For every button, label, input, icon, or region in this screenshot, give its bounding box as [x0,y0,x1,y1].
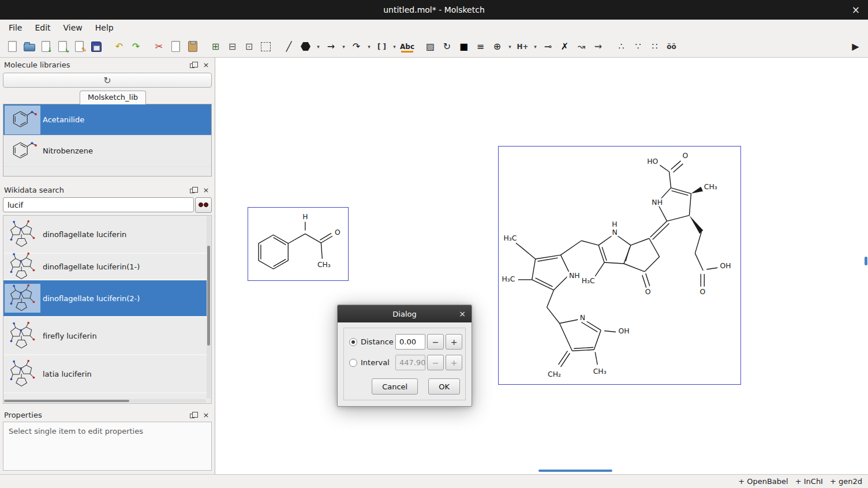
canvas-horizontal-scrollbar[interactable] [538,470,612,472]
redo-button[interactable]: ↷ [128,39,144,54]
wikidata-float-button[interactable] [188,185,197,194]
atom-label: O [645,287,651,296]
lone-pair-button[interactable]: ∴ [613,39,629,54]
drawing-canvas[interactable]: H O CH₃ [215,58,868,474]
luciferin-molecule[interactable]: HO O NH CH₃ OH O H N H₃C O NH H₃C H₃C N [498,146,741,385]
float-icon [190,63,194,68]
hydrogen-tool-button[interactable]: H+ [515,39,530,54]
scrollbar-handle[interactable] [4,400,129,402]
scrollbar-handle[interactable] [207,246,210,346]
library-item-label: Nitrobenzene [43,147,93,155]
ring-tool-button[interactable] [298,39,313,54]
hydrogen-menu-button[interactable]: ▾ [532,39,539,54]
toolbar-overflow-button[interactable]: ▶ [848,39,863,54]
spin-value-field[interactable]: 0.00 [395,334,425,350]
dialog-radio[interactable] [349,338,357,346]
remove-item-button[interactable]: ⊟ [225,39,240,54]
radical-electron-button[interactable]: ∵ [630,39,646,54]
charge-menu-button[interactable]: ▾ [506,39,514,54]
properties-close-button[interactable]: × [201,410,211,419]
molecule-thumbnail [5,321,40,350]
menu-view[interactable]: View [57,21,89,34]
dialog-radio[interactable] [349,359,357,367]
hatch-pattern-button[interactable]: ▨ [422,39,438,54]
lone-pair-angle-button[interactable]: öö [664,39,679,54]
color-swatch-button[interactable]: ■ [456,39,472,54]
acetanilide-molecule[interactable]: H O CH₃ [248,207,349,281]
text-tool-button[interactable]: Abc [399,39,415,54]
dock-splitter[interactable] [0,177,215,183]
paste-button[interactable] [185,39,200,54]
save-as-button[interactable] [55,39,70,54]
refresh-icon: ↻ [103,75,111,86]
spin-increment-button[interactable]: + [446,334,462,350]
wikidata-item-dinoflagellate-luciferin[interactable]: dinoflagellate luciferin [3,216,207,254]
wikidata-search-input[interactable] [3,197,194,212]
arrow-tool-menu-button[interactable]: ▾ [340,39,347,54]
charge-tool-button[interactable]: ⊕ [489,39,505,54]
wikidata-item-dinoflagellate-luciferin-1[interactable]: dinoflagellate luciferin(1-) [3,254,207,280]
polycyclic-thumbnail-drawing [6,283,39,313]
curved-arrow-menu-button[interactable]: ▾ [365,39,373,54]
electron-pair-button[interactable]: ∷ [647,39,663,54]
spin-increment-button[interactable]: + [446,355,462,370]
undo-button[interactable]: ↶ [111,39,127,54]
status-bar: + OpenBabel + InChI + gen2d [0,474,868,488]
wikidata-search-button[interactable] [195,197,212,213]
libraries-close-button[interactable]: × [201,60,211,69]
rotate-tool-button[interactable]: ↻ [439,39,455,54]
spin-decrement-button[interactable]: − [427,334,444,350]
arrow-tool-button[interactable]: → [323,39,339,54]
save-file-button[interactable] [88,39,104,54]
copy-button[interactable] [168,39,184,54]
library-refresh-button[interactable]: ↻ [3,73,212,88]
canvas-vertical-scrollbar[interactable] [865,257,867,265]
atom-label: N [612,228,617,237]
menu-file[interactable]: File [2,21,28,34]
cancel-button[interactable]: Cancel [372,378,418,395]
open-file-button[interactable] [21,39,37,54]
wikidata-item-firefly-luciferin[interactable]: firefly luciferin [3,317,207,355]
libraries-float-button[interactable] [188,60,197,69]
window-close-button[interactable]: × [852,0,860,20]
dock-splitter[interactable] [0,404,215,408]
library-item-nitrobenzene[interactable]: Nitrobenzene [3,136,211,167]
dialog-close-button[interactable]: × [459,305,466,322]
draw-bond-button[interactable]: ╱ [281,39,297,54]
wikidata-item-latia-luciferin[interactable]: latia luciferin [3,355,207,393]
add-item-button[interactable]: ⊞ [208,39,223,54]
curved-arrow-tool-button[interactable]: ↷ [349,39,364,54]
line-width-button[interactable]: ≡ [473,39,488,54]
menu-help[interactable]: Help [89,21,120,34]
spin-value-field[interactable]: 447.90 [395,355,425,370]
menu-edit[interactable]: Edit [28,21,57,34]
molecule-libraries-dock: Molecule libraries × ↻ Molsketch_lib [0,58,215,177]
bond-length-button[interactable]: ⊸ [540,39,556,54]
mechanism-arrow-alt-button[interactable]: ⇝ [590,39,606,54]
float-icon [190,414,194,418]
delete-tool-button[interactable]: ✗ [557,39,573,54]
dialog-title-bar[interactable]: Dialog × [338,305,472,322]
tab-molsketch-lib[interactable]: Molsketch_lib [80,91,146,104]
properties-float-button[interactable] [188,410,197,419]
ring-tool-menu-button[interactable]: ▾ [315,39,322,54]
mechanism-arrow-button[interactable]: ↝ [574,39,589,54]
save-download-button[interactable] [38,39,54,54]
bracket-menu-button[interactable]: ▾ [391,39,398,54]
bracket-tool-button[interactable]: [ ] [374,39,390,54]
wikidata-item-dinoflagellate-luciferin-2[interactable]: dinoflagellate luciferin(2-) [3,280,207,317]
new-document-button[interactable] [5,39,20,54]
ok-button[interactable]: OK [428,378,460,395]
spin-decrement-button[interactable]: − [427,355,444,370]
item-settings-button[interactable]: ⊡ [241,39,257,54]
wikidata-horizontal-scrollbar[interactable] [4,399,206,403]
wikidata-close-button[interactable]: × [201,185,211,194]
library-item-acetanilide[interactable]: Acetanilide [3,104,211,136]
atom-label: CH₃ [317,261,331,269]
select-region-button[interactable] [258,39,274,54]
wikidata-vertical-scrollbar[interactable] [207,216,211,399]
binoculars-icon [199,202,203,207]
export-document-button[interactable] [72,39,87,54]
float-icon [190,189,194,193]
cut-button[interactable]: ✂ [151,39,167,54]
